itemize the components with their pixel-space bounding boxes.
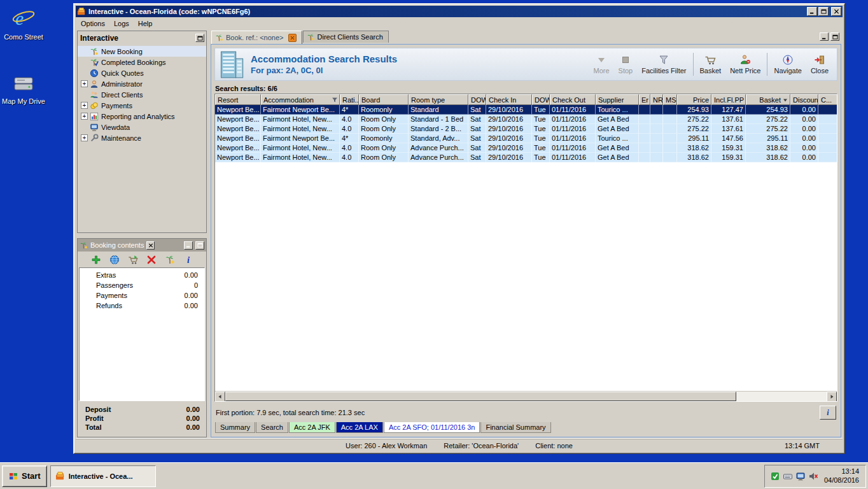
booking-contents-title: Booking contents xyxy=(90,241,144,249)
result-row[interactable]: Newport Be... Fairmont Hotel, New... 4.0… xyxy=(215,124,837,134)
booking-contents-header[interactable]: Booking contents xyxy=(78,239,206,252)
booking-item-row[interactable]: Payments 0.00 xyxy=(80,290,204,301)
close-tab-icon[interactable] xyxy=(288,34,297,42)
facilities-filter-button[interactable]: Facilities Filter xyxy=(637,53,693,76)
info-button[interactable] xyxy=(820,406,836,420)
result-row[interactable]: Newport Be... Fairmont Hotel, New... 4.0… xyxy=(215,143,837,153)
expand-icon[interactable] xyxy=(81,102,88,109)
add-button[interactable] xyxy=(90,254,102,266)
scrollbar-track[interactable] xyxy=(225,392,827,401)
minimize-button[interactable] xyxy=(807,7,817,16)
col-room-type[interactable]: Room type xyxy=(409,94,468,105)
close-button[interactable] xyxy=(831,7,841,16)
cell-supplier: Get A Bed xyxy=(596,143,639,153)
sidebar-item-payments[interactable]: Payments xyxy=(78,100,206,111)
col-dow-in[interactable]: DOW xyxy=(468,94,486,105)
delete-button[interactable] xyxy=(146,254,157,266)
result-row[interactable]: Newport Be... Fairmont Newport Be... 4* … xyxy=(215,105,837,115)
desktop-icon-map-my-drive[interactable]: Map My Drive xyxy=(1,69,46,106)
tab-direct-clients-search[interactable]: Direct Clients Search xyxy=(303,31,389,43)
col-er[interactable]: Er xyxy=(639,94,650,105)
sidebar-item-maintenance[interactable]: Maintenance xyxy=(78,132,206,143)
scrollbar-thumb[interactable] xyxy=(225,392,736,401)
scroll-left-button[interactable] xyxy=(215,392,225,402)
col-rating[interactable]: Rati... xyxy=(340,94,359,105)
result-row[interactable]: Newport Be... Fairmont Hotel, New... 4.0… xyxy=(215,153,837,162)
minimize-panel-button[interactable] xyxy=(184,241,193,250)
col-supplier[interactable]: Supplier xyxy=(596,94,639,105)
col-board[interactable]: Board xyxy=(359,94,409,105)
col-ms[interactable]: MS xyxy=(663,94,677,105)
close-panel-icon[interactable] xyxy=(146,241,155,250)
sidebar-item-administrator[interactable]: Administrator xyxy=(78,78,206,89)
expand-icon[interactable] xyxy=(81,134,88,141)
cell-ms xyxy=(663,143,677,153)
sidebar-panel-button[interactable] xyxy=(195,34,204,42)
view-tab-summary[interactable]: Summary xyxy=(215,422,255,433)
restore-view-button[interactable] xyxy=(830,32,839,41)
col-dow-out[interactable]: DOW xyxy=(532,94,550,105)
view-tab-acc-2a-jfk[interactable]: Acc 2A JFK xyxy=(289,422,335,433)
close-search-button[interactable]: Close xyxy=(806,53,833,76)
sidebar-item-quick-quotes[interactable]: Quick Quotes xyxy=(78,67,206,78)
expand-icon[interactable] xyxy=(81,113,88,120)
booking-item-row[interactable]: Extras 0.00 xyxy=(80,270,204,280)
stop-button[interactable]: Stop xyxy=(614,53,638,76)
col-check-in[interactable]: Check In xyxy=(486,94,532,105)
tray-display-icon[interactable] xyxy=(795,471,806,481)
view-tab-acc-2a-sfo[interactable]: Acc 2A SFO; 01/11/2016 3n xyxy=(384,422,480,433)
tray-keyboard-icon[interactable] xyxy=(783,471,793,481)
sidebar-item-label: Viewdata xyxy=(101,124,130,131)
view-tab-search[interactable]: Search xyxy=(256,422,288,433)
sidebar-item-viewdata[interactable]: Viewdata xyxy=(78,122,206,132)
taskbar-task[interactable]: Interactive - Ocea... xyxy=(50,465,156,487)
result-row[interactable]: Newport Be... Fairmont Newport Be... 4* … xyxy=(215,134,837,143)
window-titlebar[interactable]: Interactive - Ocean-Florida (code: wNPCN… xyxy=(76,6,843,17)
float-panel-button[interactable] xyxy=(195,241,204,250)
col-resort[interactable]: Resort xyxy=(215,94,261,105)
move-to-basket-button[interactable] xyxy=(127,254,139,266)
scroll-right-button[interactable] xyxy=(827,392,837,402)
col-price[interactable]: Price xyxy=(677,94,711,105)
menu-item[interactable]: Options xyxy=(76,18,109,29)
sidebar-item-completed-bookings[interactable]: Completed Bookings xyxy=(78,57,206,67)
info-button[interactable] xyxy=(183,254,194,266)
sidebar-item-label: New Booking xyxy=(101,48,143,55)
taskbar-clock[interactable]: 13:14 04/08/2016 xyxy=(824,467,859,485)
col-basket[interactable]: Basket xyxy=(746,94,790,105)
more-button[interactable]: More xyxy=(589,53,614,76)
col-nr[interactable]: NR xyxy=(650,94,663,105)
col-c[interactable]: C... xyxy=(818,94,837,105)
desktop-icon-como-street[interactable]: Como Street xyxy=(1,5,46,41)
window-statusbar: User: 260 - Alex Workman Retailer: 'Ocea… xyxy=(76,439,843,451)
filter-icon[interactable] xyxy=(332,97,338,103)
col-incl-fl-pp[interactable]: Incl.Fl.PP xyxy=(711,94,746,105)
view-tab-acc-2a-lax[interactable]: Acc 2A LAX xyxy=(336,422,383,433)
tray-app-icon[interactable] xyxy=(770,471,780,481)
horizontal-scrollbar[interactable] xyxy=(215,391,837,401)
menu-item[interactable]: Logs xyxy=(109,18,134,29)
sidebar-item-new-booking[interactable]: New Booking xyxy=(78,46,206,57)
view-tab-financial-summary[interactable]: Financial Summary xyxy=(480,422,550,433)
world-button[interactable] xyxy=(109,254,120,266)
booking-item-row[interactable]: Passengers 0 xyxy=(80,280,204,290)
expand-icon[interactable] xyxy=(81,80,88,87)
palm-button[interactable] xyxy=(164,254,176,266)
tab-booking-ref[interactable]: Book. ref.: <none> xyxy=(211,31,302,44)
booking-item-row[interactable]: Refunds 0.00 xyxy=(80,301,204,311)
start-button[interactable]: Start xyxy=(2,465,47,487)
basket-button[interactable]: Basket xyxy=(696,53,726,76)
result-row[interactable]: Newport Be... Fairmont Hotel, New... 4.0… xyxy=(215,115,837,124)
navigate-button[interactable]: Navigate xyxy=(769,53,806,76)
col-check-out[interactable]: Check Out xyxy=(550,94,596,105)
cell-dow-out: Tue xyxy=(532,134,550,143)
menu-item[interactable]: Help xyxy=(134,18,157,29)
col-discount[interactable]: Discount xyxy=(790,94,818,105)
minimize-view-button[interactable] xyxy=(820,32,829,41)
col-accommodation[interactable]: Accommodation xyxy=(261,94,340,105)
maximize-button[interactable] xyxy=(818,7,829,16)
sidebar-item-reporting-and-analytics[interactable]: Reporting and Analytics xyxy=(78,111,206,122)
tray-volume-muted-icon[interactable] xyxy=(808,471,818,481)
sidebar-item-direct-clients[interactable]: Direct Clients xyxy=(78,89,206,100)
nett-price-button[interactable]: Nett Price xyxy=(725,53,767,76)
